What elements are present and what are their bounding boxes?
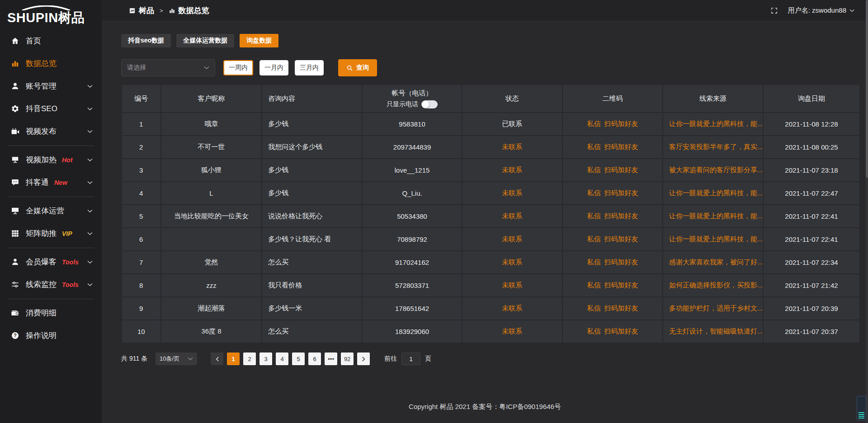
lead-source-link[interactable]: 客厅安装投影半年多了，真实... bbox=[669, 143, 763, 150]
scan-qr-link[interactable]: 扫码加好友 bbox=[604, 166, 638, 174]
sidebar-item-label: 消费明细 bbox=[26, 308, 57, 318]
lead-source-link[interactable]: 让你一眼就爱上的黑科技，能... bbox=[669, 120, 763, 127]
lead-source-link[interactable]: 多功能护栏灯，适用于乡村文... bbox=[669, 304, 763, 312]
table-row: 6多少钱？让我死心 看70898792未联系私信扫码加好友让你一眼就爱上的黑科技… bbox=[122, 228, 860, 251]
goto-label: 前往 bbox=[384, 355, 397, 363]
cell-qrcode: 私信扫码加好友 bbox=[562, 113, 663, 136]
lead-source-link[interactable]: 如何正确选择投影仪，买投影... bbox=[669, 281, 763, 289]
app-logo[interactable]: SHUPIN树品 bbox=[0, 4, 102, 30]
goto-page-input[interactable] bbox=[401, 352, 420, 365]
lead-source-link[interactable]: 被大家追着问的客厅投影分享... bbox=[669, 166, 763, 174]
chevron-down-icon bbox=[87, 107, 93, 111]
sidebar-item-omni-media[interactable]: 全媒体运营 bbox=[0, 200, 102, 222]
tab-douyin-seo-data[interactable]: 抖音seo数据 bbox=[121, 34, 171, 47]
col-id: 编号 bbox=[122, 85, 161, 113]
status-badge: 未联系 bbox=[502, 258, 522, 266]
app-root: SHUPIN树品 首页数据总览账号管理抖音SEO视频发布视频加热Hot抖客通Ne… bbox=[0, 0, 868, 423]
private-message-link[interactable]: 私信 bbox=[587, 120, 600, 127]
period-one-month[interactable]: 一月内 bbox=[259, 60, 288, 75]
sidebar-item-douyin-seo[interactable]: 抖音SEO bbox=[0, 98, 102, 120]
lead-source-link[interactable]: 让你一眼就爱上的黑科技，能... bbox=[669, 235, 763, 243]
cell-content: 多少钱？让我死心 看 bbox=[262, 228, 362, 251]
lead-source-link[interactable]: 感谢大家喜欢我家，被问了好... bbox=[669, 258, 763, 266]
table-header-row: 编号 客户昵称 咨询内容 帐号（电话） 只显示电话 状态 二维码 线索来源 bbox=[122, 85, 860, 113]
page-ellipsis[interactable]: ••• bbox=[325, 352, 337, 365]
private-message-link[interactable]: 私信 bbox=[587, 327, 600, 335]
scan-qr-link[interactable]: 扫码加好友 bbox=[604, 120, 638, 127]
sidebar-menu: 首页数据总览账号管理抖音SEO视频发布视频加热Hot抖客通New全媒体运营矩阵助… bbox=[0, 30, 102, 347]
scan-qr-link[interactable]: 扫码加好友 bbox=[604, 304, 638, 312]
private-message-link[interactable]: 私信 bbox=[587, 166, 600, 174]
scan-qr-link[interactable]: 扫码加好友 bbox=[604, 281, 638, 289]
private-message-link[interactable]: 私信 bbox=[587, 189, 600, 197]
sidebar-item-home[interactable]: 首页 bbox=[0, 30, 102, 52]
sidebar-item-instructions[interactable]: ?操作说明 bbox=[0, 324, 102, 347]
col-status: 状态 bbox=[462, 85, 562, 113]
private-message-link[interactable]: 私信 bbox=[587, 281, 600, 289]
scrollbar-thumb[interactable] bbox=[866, 0, 868, 178]
scan-qr-link[interactable]: 扫码加好友 bbox=[604, 258, 638, 266]
cell-source: 让你一眼就爱上的黑科技，能... bbox=[663, 228, 763, 251]
sidebar-item-video-heating[interactable]: 视频加热Hot bbox=[0, 149, 102, 171]
sidebar-item-data-overview[interactable]: 数据总览 bbox=[0, 52, 102, 75]
sidebar-item-account-management[interactable]: 账号管理 bbox=[0, 75, 102, 98]
tab-omnimedia-data[interactable]: 全媒体运营数据 bbox=[176, 34, 234, 47]
bar-chart-icon bbox=[11, 59, 19, 68]
page-button-6[interactable]: 6 bbox=[308, 352, 321, 365]
next-page-button[interactable] bbox=[357, 352, 370, 365]
breadcrumb-root[interactable]: 树品 bbox=[129, 5, 154, 16]
page-size-value: 10条/页 bbox=[160, 355, 179, 363]
private-message-link[interactable]: 私信 bbox=[587, 143, 600, 150]
sidebar-item-video-publish[interactable]: 视频发布 bbox=[0, 120, 102, 143]
cell-account: 70898792 bbox=[362, 228, 462, 251]
page-scrollbar[interactable] bbox=[866, 0, 868, 423]
page-button-4[interactable]: 4 bbox=[276, 352, 288, 365]
cell-content: 多少钱 bbox=[262, 182, 362, 205]
chevron-down-icon bbox=[204, 66, 209, 70]
period-one-week[interactable]: 一周内 bbox=[223, 60, 253, 75]
sidebar-item-lead-monitor[interactable]: 线索监控Tools bbox=[0, 273, 102, 296]
private-message-link[interactable]: 私信 bbox=[587, 258, 600, 266]
page-button-1[interactable]: 1 bbox=[227, 352, 240, 365]
page-button-5[interactable]: 5 bbox=[292, 352, 305, 365]
status-badge: 未联系 bbox=[502, 281, 522, 289]
header-right: 用户名: zswodun88 bbox=[770, 6, 854, 15]
private-message-link[interactable]: 私信 bbox=[587, 212, 600, 220]
fullscreen-icon[interactable] bbox=[770, 7, 778, 14]
private-message-link[interactable]: 私信 bbox=[587, 304, 600, 312]
monitor-icon bbox=[11, 207, 19, 215]
cell-status: 未联系 bbox=[462, 320, 562, 343]
sidebar-item-member-baoke[interactable]: 会员爆客Tools bbox=[0, 251, 102, 273]
user-icon bbox=[11, 82, 19, 90]
page-button-3[interactable]: 3 bbox=[259, 352, 272, 365]
user-menu[interactable]: 用户名: zswodun88 bbox=[788, 6, 854, 15]
period-three-months[interactable]: 三月内 bbox=[295, 60, 324, 75]
scan-qr-link[interactable]: 扫码加好友 bbox=[604, 212, 638, 220]
lead-source-link[interactable]: 无主灯设计，智能磁吸轨道灯... bbox=[669, 327, 763, 335]
prev-page-button[interactable] bbox=[211, 352, 223, 365]
sidebar-item-consumption-detail[interactable]: 消费明细 bbox=[0, 302, 102, 324]
cell-content: 说说价格让我死心 bbox=[262, 205, 362, 228]
lead-source-link[interactable]: 让你一眼就爱上的黑科技，能... bbox=[669, 212, 763, 220]
cell-account: 2097344839 bbox=[362, 136, 462, 159]
lead-source-link[interactable]: 让你一眼就爱上的黑科技，能... bbox=[669, 189, 763, 197]
page-button-2[interactable]: 2 bbox=[243, 352, 256, 365]
scan-qr-link[interactable]: 扫码加好友 bbox=[604, 327, 638, 335]
filter-select[interactable]: 请选择 bbox=[121, 59, 215, 76]
cell-status: 未联系 bbox=[462, 136, 562, 159]
sidebar-item-badge: New bbox=[54, 179, 67, 186]
tab-inquiry-data[interactable]: 询盘数据 bbox=[240, 34, 278, 47]
sidebar-item-matrix-boost[interactable]: 矩阵助推VIP bbox=[0, 222, 102, 245]
private-message-link[interactable]: 私信 bbox=[587, 235, 600, 243]
breadcrumb-current: 数据总览 bbox=[169, 5, 209, 16]
scan-qr-link[interactable]: 扫码加好友 bbox=[604, 235, 638, 243]
data-tabs: 抖音seo数据全媒体运营数据询盘数据 bbox=[121, 34, 860, 47]
page-button-92[interactable]: 92 bbox=[341, 352, 354, 365]
table-row: 7觉然怎么买917024162未联系私信扫码加好友感谢大家喜欢我家，被问了好..… bbox=[122, 251, 860, 274]
page-size-select[interactable]: 10条/页 bbox=[156, 352, 197, 365]
scan-qr-link[interactable]: 扫码加好友 bbox=[604, 143, 638, 150]
scan-qr-link[interactable]: 扫码加好友 bbox=[604, 189, 638, 197]
phone-only-toggle[interactable] bbox=[421, 100, 438, 108]
sidebar-item-douketong[interactable]: 抖客通New bbox=[0, 171, 102, 194]
search-button[interactable]: 查询 bbox=[338, 59, 377, 76]
